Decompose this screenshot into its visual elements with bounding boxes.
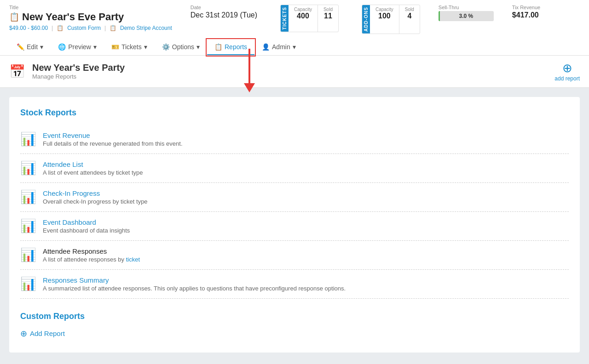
calendar-icon: 📅 [9, 64, 25, 79]
addon-capacity-label: Capacity [375, 7, 393, 12]
report-attendee-list: 📊 Attendee List A list of event attendee… [20, 154, 569, 183]
report-info-2: Check-In Progress Overall check-In progr… [43, 189, 148, 205]
report-event-dashboard: 📊 Event Dashboard Event dashboard of dat… [20, 212, 569, 241]
report-info-1: Attendee List A list of event attendees … [43, 160, 143, 176]
ticket-capacity-label: Capacity [294, 7, 312, 12]
report-info-4: Attendee Responses A list of attendee re… [43, 247, 140, 263]
sub-header-left: 📅 New Year's Eve Party Manage Reports [9, 63, 125, 80]
report-name-4[interactable]: Attendee Responses [43, 247, 107, 255]
price-range-link[interactable]: $49.00 - $60.00 [9, 25, 48, 31]
nav-reports[interactable]: 📋 Reports [207, 40, 254, 55]
title-label: Title [9, 5, 172, 10]
nav-options[interactable]: ⚙️ Options ▾ [155, 40, 207, 55]
addon-capacity-col: Capacity 100 [370, 5, 399, 34]
sell-thru-label: Sell-Thru [439, 5, 494, 10]
sub-header-text: New Year's Eve Party Manage Reports [32, 63, 125, 80]
report-desc-0: Full details of the revenue generated fr… [43, 140, 183, 147]
report-info-0: Event Revenue Full details of the revenu… [43, 131, 183, 147]
nav-tickets-label: Tickets [121, 43, 142, 51]
sub-header-title: New Year's Eve Party [32, 63, 125, 73]
nav-admin[interactable]: 👤 Admin ▾ [254, 40, 303, 55]
report-desc-2: Overall check-In progress by ticket type [43, 198, 148, 205]
addon-stats: Capacity 100 Sold 4 [370, 5, 420, 34]
report-icon-5: 📊 [20, 276, 36, 291]
edit-icon: ✏️ [17, 43, 24, 51]
add-report-button[interactable]: ⊕ Add Report [20, 329, 65, 339]
addon-sold-col: Sold 4 [399, 5, 420, 34]
addon-sold-label: Sold [405, 7, 414, 12]
report-name-5[interactable]: Responses Summary [43, 276, 109, 284]
revenue-label: Tix Revenue [512, 5, 540, 10]
report-attendee-responses: 📊 Attendee Responses A list of attendee … [20, 241, 569, 270]
event-meta: $49.00 - $60.00 | 📋 Custom Form | 📋 Demo… [9, 25, 172, 31]
addons-block: ADD-ONS Capacity 100 Sold 4 [362, 5, 420, 34]
report-icon-1: 📊 [20, 160, 36, 176]
custom-reports-title: Custom Reports [20, 312, 569, 321]
report-desc-3: Event dashboard of data insights [43, 227, 130, 234]
report-name-3[interactable]: Event Dashboard [43, 218, 96, 226]
report-event-revenue: 📊 Event Revenue Full details of the reve… [20, 125, 569, 154]
stock-reports-list: 📊 Event Revenue Full details of the reve… [20, 125, 569, 299]
event-title: 📋 New Year's Eve Party [9, 11, 172, 23]
nav-edit[interactable]: ✏️ Edit ▾ [9, 40, 51, 55]
revenue-section: Tix Revenue $417.00 [512, 5, 540, 19]
nav-preview[interactable]: 🌐 Preview ▾ [51, 40, 104, 55]
sell-thru-value: 3.0 % [459, 13, 474, 19]
admin-icon: 👤 [262, 43, 270, 51]
tickets-icon: 🎫 [111, 43, 119, 51]
plus-circle-icon: ⊕ [20, 329, 27, 339]
preview-icon: 🌐 [58, 43, 66, 51]
add-report-label: Add Report [30, 330, 65, 337]
report-desc-5: A summarized list of attendee responses.… [43, 285, 346, 292]
report-responses-summary: 📊 Responses Summary A summarized list of… [20, 270, 569, 299]
event-nav: ✏️ Edit ▾ 🌐 Preview ▾ 🎫 Tickets ▾ ⚙️ Opt… [9, 40, 580, 55]
ticket-sold-value: 11 [323, 12, 333, 20]
nav-admin-label: Admin [272, 43, 290, 51]
nav-edit-label: Edit [27, 43, 38, 51]
report-desc-1: A list of event attendees by ticket type [43, 169, 143, 176]
add-circle-icon: ⊕ [562, 61, 572, 75]
report-name-1[interactable]: Attendee List [43, 160, 83, 168]
report-checkin-progress: 📊 Check-In Progress Overall check-In pro… [20, 183, 569, 212]
event-header: Title 📋 New Year's Eve Party $49.00 - $6… [0, 0, 589, 56]
nav-reports-label: Reports [225, 43, 247, 51]
report-info-3: Event Dashboard Event dashboard of data … [43, 218, 130, 234]
tickets-tab-label: TICKETS [281, 5, 289, 32]
ticket-stats: Capacity 400 Sold 11 [289, 5, 338, 32]
revenue-value: $417.00 [512, 11, 540, 19]
sell-thru-bar [439, 11, 440, 21]
nav-preview-label: Preview [68, 43, 91, 51]
page-content: Stock Reports 📊 Event Revenue Full detai… [0, 88, 589, 362]
sell-thru-section: Sell-Thru 3.0 % [439, 5, 494, 21]
report-icon-3: 📊 [20, 218, 36, 233]
reports-icon: 📋 [214, 43, 222, 51]
custom-reports-section: Custom Reports ⊕ Add Report [20, 312, 569, 339]
main-card: Stock Reports 📊 Event Revenue Full detai… [9, 97, 580, 353]
report-name-2[interactable]: Check-In Progress [43, 189, 100, 197]
nav-tickets[interactable]: 🎫 Tickets ▾ [104, 40, 155, 55]
event-icon: 📋 [9, 12, 19, 22]
event-title-section: Title 📋 New Year's Eve Party $49.00 - $6… [9, 5, 172, 31]
ticket-sold-label: Sold [323, 7, 333, 12]
report-desc-4: A list of attendee responses by ticket [43, 256, 140, 263]
options-icon: ⚙️ [162, 43, 170, 51]
tickets-block: TICKETS Capacity 400 Sold 11 [280, 5, 339, 32]
addon-capacity-value: 100 [375, 12, 393, 20]
stock-reports-title: Stock Reports [20, 108, 569, 118]
report-icon-2: 📊 [20, 189, 36, 205]
addons-tab-label: ADD-ONS [362, 5, 370, 34]
ticket-capacity-value: 400 [294, 12, 312, 20]
custom-form-link[interactable]: Custom Form [67, 25, 101, 31]
report-info-5: Responses Summary A summarized list of a… [43, 276, 346, 292]
sell-thru-bar-wrap: 3.0 % [439, 11, 494, 21]
addon-sold-value: 4 [405, 12, 414, 20]
sub-header: 📅 New Year's Eve Party Manage Reports ⊕ … [0, 56, 589, 88]
account-link[interactable]: Demo Stripe Account [120, 25, 172, 31]
event-title-text: New Year's Eve Party [22, 11, 124, 23]
report-icon-0: 📊 [20, 131, 36, 147]
report-name-0[interactable]: Event Revenue [43, 131, 90, 139]
date-value: Dec 31st 2019 (Tue) [191, 11, 257, 19]
ticket-capacity-col: Capacity 400 [289, 5, 318, 32]
nav-options-label: Options [172, 43, 194, 51]
add-report-header-btn[interactable]: ⊕ add report [554, 61, 580, 82]
